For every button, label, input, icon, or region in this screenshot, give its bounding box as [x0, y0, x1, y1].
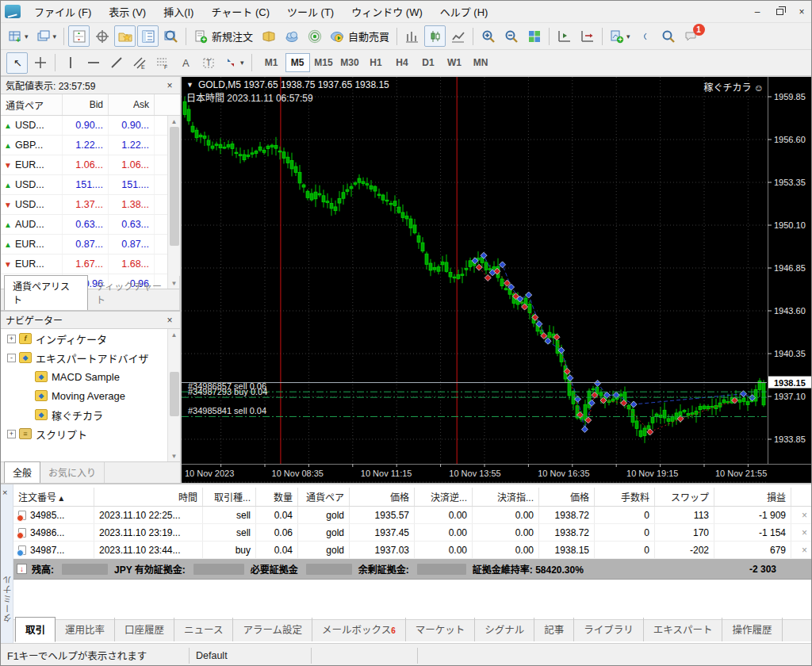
indicators-button[interactable]: +▾ — [607, 25, 634, 47]
minimize-button[interactable]: – — [746, 3, 768, 21]
fibonacci-tool[interactable]: F — [151, 52, 173, 74]
notifications-button[interactable]: 1 — [681, 25, 703, 47]
navigator-item[interactable]: ◆Moving Average — [1, 386, 180, 405]
menu-item-2[interactable]: 挿入(I) — [155, 3, 202, 21]
terminal-tab-ライブラリ[interactable]: ライブラリ — [574, 618, 644, 641]
navigator-tab[interactable]: 全般 — [4, 461, 40, 484]
dropdown-arrow-icon[interactable]: ▾ — [53, 33, 57, 40]
navigator-close-icon[interactable]: × — [164, 315, 175, 326]
navigator-item[interactable]: +fインディケータ — [1, 329, 180, 348]
navigator-item[interactable]: -◆エキスパートアドバイザ — [1, 348, 180, 367]
orders-col-header-10[interactable]: スワップ — [655, 488, 714, 506]
timeframe-m5[interactable]: M5 — [285, 53, 310, 72]
horizontal-line-tool[interactable] — [82, 52, 104, 74]
market-watch-row[interactable]: ▲USD...151....151.... — [1, 175, 180, 195]
terminal-tab-シグナル[interactable]: シグナル — [475, 618, 534, 641]
terminal-tab-ニュース[interactable]: ニュース — [174, 618, 233, 641]
close-button[interactable]: × — [791, 3, 812, 21]
community-button[interactable] — [281, 25, 302, 47]
market-watch-col-1[interactable]: Bid — [63, 94, 109, 115]
new-order-button[interactable]: +新規注文 — [190, 25, 256, 47]
menu-item-5[interactable]: ウィンドウ (W) — [343, 3, 431, 21]
dropdown-arrow-icon[interactable]: ▾ — [240, 59, 244, 67]
scroll-up-icon[interactable]: ▲ — [171, 329, 178, 340]
timeframe-m1[interactable]: M1 — [259, 53, 284, 72]
market-watch-row[interactable]: ▼EUR...1.06...1.06... — [1, 155, 180, 175]
strategy-tester-button[interactable] — [160, 25, 182, 47]
zoom-out-button[interactable] — [500, 25, 522, 47]
restore-button[interactable] — [768, 3, 791, 21]
trendline-tool[interactable] — [105, 52, 127, 74]
orders-col-header-9[interactable]: 手数料 — [595, 488, 655, 506]
candle-chart-button[interactable] — [424, 25, 446, 47]
text-tool[interactable]: A — [174, 52, 196, 74]
market-watch-col-0[interactable]: 通貨ペア — [1, 94, 63, 115]
orders-col-header-6[interactable]: 決済逆... — [415, 488, 473, 506]
menu-item-6[interactable]: ヘルプ (H) — [431, 3, 497, 21]
data-window-button[interactable] — [91, 25, 113, 47]
orders-col-header-12[interactable] — [791, 488, 812, 506]
chart-menu-icon[interactable]: ▼ — [186, 81, 193, 89]
menu-item-0[interactable]: ファイル (F) — [25, 3, 100, 21]
navigator-item[interactable]: ◆稼ぐチカラ — [1, 405, 180, 424]
arrows-tool[interactable]: ▾ — [220, 52, 247, 74]
orders-col-header-8[interactable]: 価格 — [539, 488, 595, 506]
navigator-tab[interactable]: お気に入り — [40, 462, 105, 483]
market-watch-tab[interactable]: 通貨ペアリスト — [4, 275, 88, 311]
close-position-icon[interactable]: × — [802, 527, 807, 538]
new-chart-button[interactable]: +▾ — [5, 25, 32, 47]
orders-col-header-5[interactable]: 価格 — [350, 488, 415, 506]
terminal-tab-運用比率[interactable]: 運用比率 — [56, 618, 115, 641]
tree-expander-icon[interactable]: + — [7, 335, 16, 343]
terminal-tab-マーケット[interactable]: マーケット — [406, 618, 476, 641]
close-position-icon[interactable]: × — [802, 510, 807, 521]
cursor-tool[interactable]: ↖ — [6, 52, 28, 74]
periods-button[interactable] — [635, 25, 657, 47]
dropdown-arrow-icon[interactable]: ▾ — [626, 33, 630, 40]
terminal-tab-アラーム設定[interactable]: アラーム設定 — [233, 618, 312, 641]
market-watch-row[interactable]: ▼USD...1.37...1.38... — [1, 195, 180, 215]
channel-tool[interactable]: E — [128, 52, 150, 74]
navigator-toggle[interactable] — [114, 25, 136, 47]
terminal-tab-記事[interactable]: 記事 — [534, 618, 574, 641]
market-watch-row[interactable]: ▲EUR...0.87...0.87... — [1, 235, 180, 255]
order-row[interactable]: 34987...2023.11.10 23:44...buy0.04gold19… — [13, 542, 812, 559]
market-watch-scrollbar[interactable]: ▲ ▼ — [167, 116, 180, 289]
timeframe-m30[interactable]: M30 — [338, 53, 362, 72]
market-watch-close-icon[interactable]: × — [164, 80, 175, 91]
terminal-toggle[interactable] — [137, 25, 159, 47]
price-chart[interactable]: #34986857 sell 0.06#34987293 buy 0.04#34… — [182, 77, 812, 483]
orders-col-header-0[interactable]: 注文番号 ▴ — [13, 488, 94, 506]
search-button[interactable] — [658, 25, 680, 47]
auto-scroll-button[interactable] — [576, 25, 598, 47]
timeframe-h4[interactable]: H4 — [390, 53, 415, 72]
timeframe-m15[interactable]: M15 — [312, 53, 336, 72]
terminal-tab-取引[interactable]: 取引 — [15, 617, 56, 642]
close-position-icon[interactable]: × — [802, 545, 807, 556]
market-watch-row[interactable]: ▲AUD...0.63...0.63... — [1, 215, 180, 235]
zoom-in-button[interactable] — [477, 25, 499, 47]
orders-col-header-3[interactable]: 数量 — [256, 488, 298, 506]
bar-chart-button[interactable] — [401, 25, 423, 47]
market-watch-toggle[interactable] — [68, 25, 90, 47]
chart-shift-button[interactable] — [553, 25, 575, 47]
terminal-tab-メールボックス[interactable]: メールボックス6 — [312, 618, 406, 641]
dropdown-arrow-icon[interactable]: ▾ — [25, 33, 29, 40]
metaeditor-button[interactable] — [258, 25, 279, 47]
auto-trading-button[interactable]: 自動売買 — [327, 25, 393, 47]
vertical-line-tool[interactable] — [59, 52, 81, 74]
terminal-tab-エキスパート[interactable]: エキスパート — [644, 618, 723, 641]
market-watch-row[interactable]: ▲USD...0.90...0.90... — [1, 116, 180, 136]
order-row[interactable]: 34985...2023.11.10 22:25...sell0.04gold1… — [13, 507, 812, 524]
crosshair-tool[interactable] — [29, 52, 51, 74]
market-watch-col-2[interactable]: Ask — [109, 94, 155, 115]
navigator-item[interactable]: +≡スクリプト — [1, 424, 180, 443]
label-tool[interactable]: T — [197, 52, 219, 74]
terminal-tab-口座履歴[interactable]: 口座履歴 — [115, 618, 174, 641]
order-row[interactable]: 34986...2023.11.10 23:19...sell0.06gold1… — [13, 524, 812, 542]
scrollbar-thumb[interactable] — [170, 372, 179, 416]
timeframe-d1[interactable]: D1 — [416, 53, 441, 72]
market-watch-row[interactable]: ▼EUR...1.67...1.68... — [1, 255, 180, 274]
terminal-tab-操作履歴[interactable]: 操作履歴 — [722, 618, 782, 641]
navigator-item[interactable]: ◆MACD Sample — [1, 367, 180, 386]
